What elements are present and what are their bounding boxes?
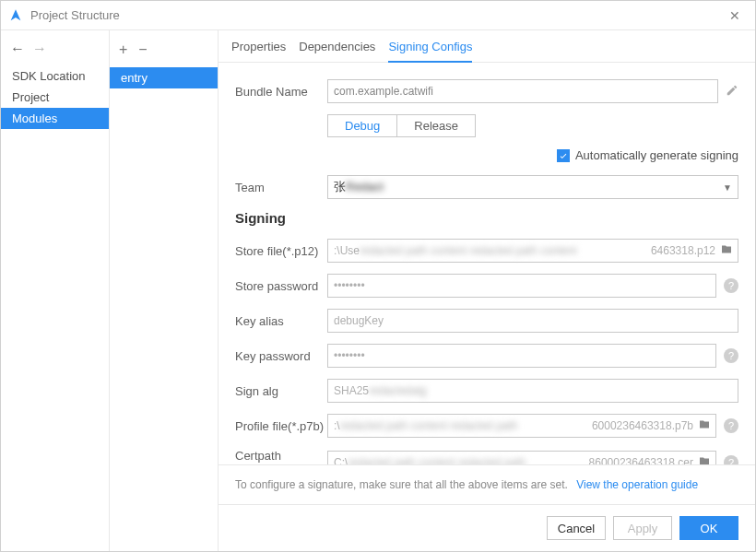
- auto-sign-checkbox[interactable]: [557, 149, 570, 162]
- label-profile-file: Profile file(*.p7b): [235, 419, 327, 433]
- label-store-password: Store password: [235, 279, 327, 293]
- sidebar-item-modules[interactable]: Modules: [1, 108, 109, 129]
- key-alias-input[interactable]: [327, 309, 738, 333]
- tab-signing-configs[interactable]: Signing Configs: [388, 40, 472, 63]
- form: Bundle Name Debug Release: [219, 63, 755, 464]
- nav-history: ← →: [1, 38, 109, 65]
- folder-icon[interactable]: [698, 456, 711, 465]
- titlebar: Project Structure ✕: [1, 1, 755, 30]
- tab-properties[interactable]: Properties: [231, 40, 286, 62]
- row-bundle-name: Bundle Name: [235, 79, 738, 103]
- auto-sign-label: Automatically generate signing: [575, 148, 738, 162]
- label-key-password: Key password: [235, 349, 327, 363]
- build-type-debug[interactable]: Debug: [328, 115, 397, 136]
- team-value: 张: [334, 180, 346, 194]
- build-type-release[interactable]: Release: [397, 115, 475, 136]
- row-store-password: Store password ?: [235, 274, 738, 298]
- app-logo-icon: [8, 8, 23, 23]
- label-key-alias: Key alias: [235, 314, 327, 328]
- dialog-window: Project Structure ✕ ← → SDK Location Pro…: [0, 0, 756, 552]
- dialog-buttons: Cancel Apply OK: [219, 504, 755, 551]
- module-list: + − entry: [110, 30, 219, 551]
- dialog-body: ← → SDK Location Project Modules + − ent…: [1, 30, 755, 551]
- signing-heading: Signing: [235, 210, 738, 226]
- add-module-icon[interactable]: +: [119, 41, 127, 58]
- tab-dependencies[interactable]: Dependencies: [299, 40, 375, 62]
- forward-icon[interactable]: →: [32, 41, 47, 56]
- sign-alg-input[interactable]: SHA25redactedalg: [327, 379, 738, 403]
- store-file-input[interactable]: :\Use redacted path content redacted pat…: [327, 239, 738, 263]
- team-dropdown[interactable]: 张Redact ▼: [327, 175, 738, 199]
- main-panel: Properties Dependencies Signing Configs …: [219, 30, 755, 551]
- folder-icon[interactable]: [720, 244, 733, 258]
- module-item-entry[interactable]: entry: [110, 67, 218, 88]
- build-type-segment: Debug Release: [327, 114, 476, 137]
- row-key-password: Key password ?: [235, 344, 738, 368]
- profile-file-input[interactable]: :\ redacted path content redacted path 6…: [327, 414, 716, 438]
- help-icon[interactable]: ?: [724, 348, 738, 363]
- back-icon[interactable]: ←: [10, 41, 25, 56]
- label-sign-alg: Sign alg: [235, 384, 327, 398]
- module-toolbar: + −: [110, 38, 218, 67]
- row-auto-sign: Automatically generate signing: [235, 148, 738, 162]
- apply-button[interactable]: Apply: [613, 516, 672, 540]
- label-store-file: Store file(*.p12): [235, 244, 327, 258]
- label-team: Team: [235, 181, 327, 194]
- sidebar-item-project[interactable]: Project: [1, 87, 109, 108]
- remove-module-icon[interactable]: −: [138, 41, 147, 58]
- row-key-alias: Key alias: [235, 309, 738, 333]
- sidebar-left: ← → SDK Location Project Modules: [1, 30, 110, 551]
- row-build-type: Debug Release: [235, 114, 738, 137]
- tabs: Properties Dependencies Signing Configs: [219, 30, 755, 63]
- close-icon[interactable]: ✕: [722, 5, 748, 27]
- cancel-button[interactable]: Cancel: [547, 516, 606, 540]
- bundle-name-input[interactable]: [327, 79, 718, 103]
- dialog-title: Project Structure: [30, 8, 722, 22]
- row-store-file: Store file(*.p12) :\Use redacted path co…: [235, 239, 738, 263]
- folder-icon[interactable]: [698, 419, 711, 433]
- row-certpath-file: Certpath file(*.cer) C:\ redacted path c…: [235, 449, 738, 464]
- ok-button[interactable]: OK: [679, 516, 738, 540]
- label-bundle-name: Bundle Name: [235, 85, 327, 99]
- chevron-down-icon: ▼: [723, 182, 732, 193]
- help-icon[interactable]: ?: [724, 455, 738, 464]
- footer-note: To configure a signature, make sure that…: [219, 464, 755, 504]
- certpath-file-input[interactable]: C:\ redacted path content redacted path …: [327, 451, 716, 464]
- operation-guide-link[interactable]: View the operation guide: [576, 478, 698, 491]
- row-sign-alg: Sign alg SHA25redactedalg: [235, 379, 738, 403]
- store-password-input[interactable]: [327, 274, 716, 298]
- label-certpath-file: Certpath file(*.cer): [235, 449, 327, 464]
- row-team: Team 张Redact ▼: [235, 175, 738, 199]
- row-profile-file: Profile file(*.p7b) :\ redacted path con…: [235, 414, 738, 438]
- edit-icon[interactable]: [726, 84, 738, 100]
- help-icon[interactable]: ?: [724, 418, 738, 433]
- footer-text: To configure a signature, make sure that…: [235, 478, 568, 491]
- key-password-input[interactable]: [327, 344, 716, 368]
- help-icon[interactable]: ?: [724, 278, 738, 293]
- sidebar-item-sdk-location[interactable]: SDK Location: [1, 65, 109, 87]
